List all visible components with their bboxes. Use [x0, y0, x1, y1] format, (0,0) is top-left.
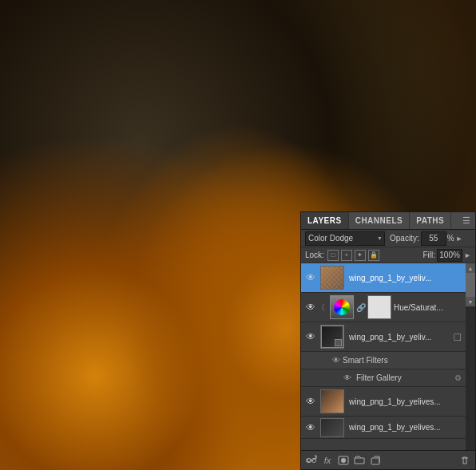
opacity-input[interactable] [421, 231, 446, 246]
lock-row: Lock: □ + ✦ 🔒 Fill: ► [301, 247, 475, 263]
filter-gallery-row[interactable]: 👁 Filter Gallery ⚙ [301, 369, 466, 387]
layer-thumbnail [320, 325, 344, 349]
new-group-btn[interactable] [351, 452, 367, 468]
eye-visibility-btn[interactable]: 👁 [303, 330, 318, 344]
new-layer-btn[interactable] [367, 452, 383, 468]
layer-thumbnail [320, 418, 344, 437]
layer-link-icon: 〈 [318, 300, 327, 314]
eye-visibility-btn[interactable]: 👁 [303, 300, 318, 314]
opacity-percent: % [447, 234, 454, 243]
smart-filters-row[interactable]: 👁 Smart Filters [301, 352, 466, 369]
bottom-toolbar: fx [301, 450, 475, 469]
layers-panel: LAYERS CHANNELS PATHS ☰ Color Dodge Norm… [300, 211, 476, 470]
layer-name: wing_png_1_by_yeliv... [349, 274, 463, 282]
main-container: LAYERS CHANNELS PATHS ☰ Color Dodge Norm… [0, 0, 476, 470]
layer-name: wing_png_1_by_yelives... [349, 397, 463, 406]
fill-input[interactable] [437, 249, 462, 262]
layer-item[interactable]: 👁 wing_png_1_by_yelives... [301, 417, 466, 439]
scroll-down-btn[interactable]: ▼ [466, 297, 475, 306]
lock-transparency-btn[interactable]: □ [327, 250, 339, 261]
filter-gallery-eye[interactable]: 👁 [341, 372, 354, 385]
layer-thumbnail [330, 295, 354, 319]
layer-item[interactable]: 👁 wing_png_1_by_yeliv... [301, 263, 466, 293]
lock-all-btn[interactable]: 🔒 [368, 250, 379, 261]
layer-name: wing_png_1_by_yelives... [349, 423, 463, 432]
blend-row: Color Dodge Normal Multiply Screen Overl… [301, 230, 475, 247]
tabs-row: LAYERS CHANNELS PATHS ☰ [301, 212, 475, 230]
fill-arrow[interactable]: ► [464, 251, 471, 259]
opacity-label: Opacity: [390, 234, 419, 243]
link-layers-btn[interactable] [303, 452, 319, 468]
eye-visibility-btn[interactable]: 👁 [303, 271, 318, 285]
layer-item[interactable]: 👁 wing_png_1_by_yelives... [301, 387, 466, 417]
smart-object-icon: □ [454, 330, 461, 343]
eye-visibility-btn[interactable]: 👁 [303, 394, 318, 409]
layers-scroll-container: 👁 wing_png_1_by_yeliv... 👁 〈 🔗 Hue/Sat [301, 263, 475, 450]
eye-visibility-btn[interactable]: 👁 [303, 421, 318, 435]
layer-name: Hue/Saturat... [394, 303, 463, 312]
scroll-up-btn[interactable]: ▲ [466, 263, 475, 273]
smart-filter-eye[interactable]: 👁 [330, 354, 343, 367]
fill-label: Fill: [423, 251, 436, 259]
layer-thumbnail [320, 389, 344, 413]
smart-filters-label: Smart Filters [343, 356, 388, 365]
fx-btn[interactable]: fx [319, 452, 335, 468]
layer-item[interactable]: 👁 wing_png_1_by_yeliv... □ [301, 322, 466, 352]
tab-channels[interactable]: CHANNELS [349, 212, 411, 229]
layer-item[interactable]: 👁 〈 🔗 Hue/Saturat... [301, 293, 466, 322]
svg-point-3 [341, 458, 346, 463]
layer-chain-icon: 🔗 [356, 303, 366, 312]
blend-mode-dropdown[interactable]: Color Dodge Normal Multiply Screen Overl… [305, 231, 385, 246]
tab-layers[interactable]: LAYERS [301, 212, 349, 229]
blend-mode-dropdown-wrap: Color Dodge Normal Multiply Screen Overl… [305, 231, 385, 246]
tab-paths[interactable]: PATHS [410, 212, 451, 229]
delete-layer-btn[interactable] [457, 452, 473, 468]
lock-label: Lock: [305, 251, 324, 259]
add-mask-btn[interactable] [335, 452, 351, 468]
layers-scrollbar[interactable]: ▲ ▼ [466, 263, 475, 450]
filter-settings-icon[interactable]: ⚙ [454, 373, 462, 382]
lock-paint-btn[interactable]: + [341, 250, 352, 261]
svg-rect-4 [371, 458, 379, 464]
filter-gallery-label: Filter Gallery [356, 373, 402, 382]
layers-list: 👁 wing_png_1_by_yeliv... 👁 〈 🔗 Hue/Sat [301, 263, 466, 450]
layer-mask-thumbnail [367, 295, 391, 319]
panel-menu-button[interactable]: ☰ [458, 212, 475, 229]
layer-thumbnail [320, 266, 344, 290]
opacity-arrow[interactable]: ► [456, 235, 463, 243]
scroll-thumb[interactable] [466, 273, 475, 297]
layer-name: wing_png_1_by_yeliv... [349, 333, 454, 342]
lock-move-btn[interactable]: ✦ [355, 250, 366, 261]
